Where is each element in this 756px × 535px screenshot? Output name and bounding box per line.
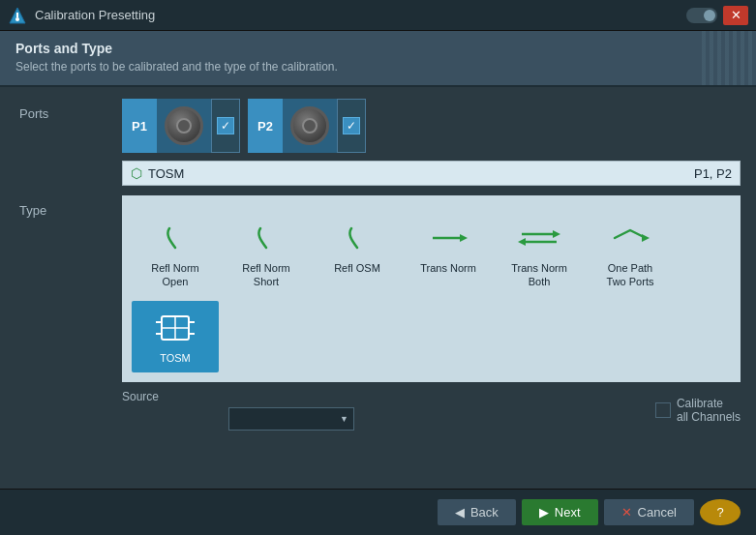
toggle-button[interactable] (686, 8, 717, 23)
main-content: Ports P1 ✓ P2 (0, 87, 756, 442)
footer: ◀ Back ▶ Next ✕ Cancel ? (0, 489, 756, 535)
next-label: Next (555, 505, 581, 520)
cancel-icon: ✕ (621, 505, 632, 520)
svg-marker-4 (460, 234, 468, 242)
back-icon: ◀ (455, 505, 465, 520)
tosm-row-name: TOSM (148, 166, 694, 181)
tosm-row-icon: ⬡ (131, 165, 142, 181)
port-item-p2: P2 ✓ (248, 99, 366, 153)
cal-type-refl-norm-open[interactable]: Refl NormOpen (132, 211, 219, 297)
ports-container: P1 ✓ P2 (122, 99, 741, 186)
port-item-p1: P1 ✓ (122, 99, 240, 153)
title-bar: Calibration Presetting ✕ (0, 0, 756, 31)
tosm-row[interactable]: ⬡ TOSM P1, P2 (122, 161, 741, 186)
app-icon (8, 6, 27, 25)
type-box: Refl NormOpen Refl NormShort Refl (122, 195, 741, 382)
source-select[interactable] (228, 407, 354, 431)
svg-point-1 (15, 17, 19, 21)
cal-type-refl-osm[interactable]: Refl OSM (314, 211, 401, 297)
cal-type-icon-trans-norm-both (516, 219, 562, 257)
port-circle-inner-p1 (176, 118, 192, 134)
cal-type-trans-norm-both[interactable]: Trans NormBoth (496, 211, 583, 297)
svg-marker-8 (518, 238, 526, 246)
ports-label: Ports (15, 99, 122, 129)
type-row: Type Refl NormOpen Refl NormShort (15, 195, 741, 382)
cal-type-label-trans-norm: Trans Norm (420, 261, 476, 275)
cal-type-label-refl-osm: Refl OSM (334, 261, 380, 275)
cal-type-label-tosm: TOSM (160, 351, 191, 365)
port-label-p2: P2 (248, 99, 283, 153)
cal-type-tosm[interactable]: TOSM (132, 301, 219, 372)
port-circle-p2 (290, 106, 329, 145)
cal-type-label-trans-norm-both: Trans NormBoth (511, 261, 567, 289)
help-label: ? (716, 505, 723, 520)
header-section: Ports and Type Select the ports to be ca… (0, 31, 756, 87)
source-label: Source (122, 390, 354, 403)
svg-marker-6 (553, 230, 560, 238)
cal-type-label-refl-norm-short: Refl NormShort (242, 261, 290, 289)
svg-marker-9 (642, 234, 650, 242)
port-icon-p2 (283, 99, 337, 153)
header-subtitle: Select the ports to be calibrated and th… (15, 60, 741, 74)
cal-type-label-one-path-two-ports: One PathTwo Ports (607, 261, 654, 289)
cal-type-icon-trans-norm (425, 219, 471, 257)
header-title: Ports and Type (15, 41, 741, 56)
port-checkbox-p2[interactable]: ✓ (343, 117, 360, 134)
cal-type-refl-norm-short[interactable]: Refl NormShort (223, 211, 310, 297)
port-icon-p1 (157, 99, 211, 153)
cal-type-icon-refl-norm-short (243, 219, 289, 257)
help-button[interactable]: ? (700, 499, 741, 525)
source-row: Source Calibrateall Channels (15, 382, 741, 431)
calibrate-all-label: Calibrateall Channels (677, 397, 741, 424)
cal-type-icon-refl-norm-open (152, 219, 198, 257)
tosm-row-ports: P1, P2 (694, 166, 732, 181)
back-label: Back (470, 505, 499, 520)
calibrate-all-checkbox[interactable] (655, 402, 671, 418)
title-bar-controls: ✕ (686, 6, 748, 25)
port-circle-inner-p2 (302, 118, 318, 134)
window-title: Calibration Presetting (35, 8, 686, 22)
type-label: Type (15, 195, 122, 225)
cal-type-icon-refl-osm (334, 219, 380, 257)
cal-type-one-path-two-ports[interactable]: One PathTwo Ports (587, 211, 674, 297)
cal-type-icon-tosm (152, 309, 198, 347)
ports-row: Ports P1 ✓ P2 (15, 99, 741, 186)
port-check-box-p2[interactable]: ✓ (337, 99, 366, 153)
cal-type-label-refl-norm-open: Refl NormOpen (151, 261, 199, 289)
port-checkbox-p1[interactable]: ✓ (217, 117, 234, 134)
svg-rect-2 (16, 13, 18, 17)
port-items: P1 ✓ P2 (122, 99, 741, 153)
port-label-p1: P1 (122, 99, 157, 153)
close-button[interactable]: ✕ (723, 6, 748, 25)
cancel-button[interactable]: ✕ Cancel (604, 499, 694, 525)
source-select-wrap (122, 407, 354, 431)
cal-type-icon-one-path-two-ports (607, 219, 653, 257)
back-button[interactable]: ◀ Back (438, 499, 516, 525)
cal-type-trans-norm[interactable]: Trans Norm (405, 211, 492, 297)
calibrate-all-channels[interactable]: Calibrateall Channels (655, 397, 741, 424)
port-circle-p1 (165, 106, 203, 145)
port-check-box-p1[interactable]: ✓ (211, 99, 240, 153)
next-icon: ▶ (539, 505, 549, 520)
next-button[interactable]: ▶ Next (522, 499, 598, 525)
cancel-label: Cancel (638, 505, 677, 520)
